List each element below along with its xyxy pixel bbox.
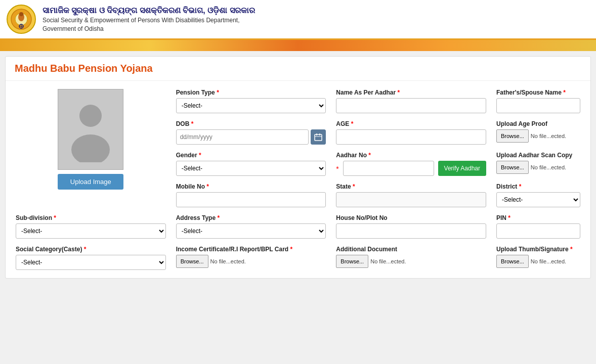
fathers-spouse-group: Father's/Spouse Name *: [496, 89, 580, 113]
pension-type-select[interactable]: -Select-: [176, 98, 326, 113]
state-label: State *: [336, 183, 486, 190]
aadhar-input-row: * Verify Aadhar: [336, 161, 486, 176]
pin-input[interactable]: [496, 223, 580, 239]
pin-label: PIN *: [496, 214, 580, 221]
svg-rect-11: [315, 134, 322, 141]
dob-group: DOB *: [176, 120, 326, 145]
subdivision-label: Sub-division *: [16, 214, 166, 221]
additional-doc-label: Additional Document: [336, 246, 486, 253]
pension-type-label: Pension Type *: [176, 89, 326, 96]
upload-thumb-group: Upload Thumb/Signature * Browse... No fi…: [496, 246, 580, 268]
calendar-button[interactable]: [311, 129, 326, 145]
name-input[interactable]: [336, 98, 486, 113]
thumb-browse-button[interactable]: Browse...: [496, 255, 529, 268]
name-label: Name As Per Aadhar *: [336, 89, 486, 96]
additional-doc-upload-row: Browse... No file...ected.: [336, 255, 486, 268]
state-input[interactable]: ODISHA: [336, 192, 486, 207]
dob-label: DOB *: [176, 120, 326, 127]
svg-point-5: [19, 12, 23, 16]
aadhar-input[interactable]: [343, 161, 434, 176]
mobile-label: Mobile No *: [176, 183, 326, 190]
income-cert-upload-row: Browse... No file...ected.: [176, 255, 326, 268]
state-group: State * ODISHA: [336, 183, 486, 207]
address-type-select[interactable]: -Select-: [176, 223, 326, 239]
district-group: District * -Select-: [496, 183, 580, 207]
age-label: AGE *: [336, 120, 486, 127]
mobile-group: Mobile No *: [176, 183, 326, 207]
header-english-2: Government of Odisha: [42, 25, 255, 33]
age-input[interactable]: [336, 129, 486, 145]
dob-input-row: [176, 129, 326, 145]
page-title: Madhu Babu Pension Yojana: [6, 57, 590, 81]
aadhar-upload-row: Browse... No file...ected.: [496, 161, 580, 174]
age-proof-browse-button[interactable]: Browse...: [496, 129, 529, 143]
social-category-select[interactable]: -Select-: [16, 255, 166, 270]
svg-point-10: [71, 134, 110, 162]
upload-aadhar-group: Upload Aadhar Scan Copy Browse... No fil…: [496, 152, 580, 174]
district-select[interactable]: -Select-: [496, 192, 580, 207]
age-proof-upload-row: Browse... No file...ected.: [496, 129, 580, 143]
pension-type-group: Pension Type * -Select-: [176, 89, 326, 113]
income-cert-filename: No file...ected.: [210, 258, 246, 264]
name-group: Name As Per Aadhar *: [336, 89, 486, 113]
upload-thumb-label: Upload Thumb/Signature *: [496, 246, 580, 253]
aadhar-browse-button[interactable]: Browse...: [496, 161, 529, 174]
address-type-group: Address Type * -Select-: [176, 214, 326, 239]
form-area: Pension Type * -Select- Name As Per Aadh…: [6, 81, 590, 278]
fathers-spouse-label: Father's/Spouse Name *: [496, 89, 580, 96]
subdivision-select[interactable]: -Select-: [16, 223, 166, 239]
thumb-upload-row: Browse... No file...ected.: [496, 255, 580, 268]
house-no-label: House No/Plot No: [336, 214, 486, 221]
income-cert-label: Income Certificate/R.I Report/BPL Card *: [176, 246, 326, 253]
aadhar-label: Aadhar No *: [336, 152, 486, 159]
header: ସାମାଜିକ ସୁରକ୍ଷା ଓ ଦିବ୍ୟଙ୍ଗ ସଶକ୍ତିକରଣ ବିଭ…: [0, 0, 596, 40]
fathers-spouse-input[interactable]: [496, 98, 580, 113]
verify-aadhar-button[interactable]: Verify Aadhar: [438, 161, 486, 176]
age-proof-filename: No file...ected.: [531, 133, 566, 139]
photo-area: Upload Image: [16, 89, 166, 190]
house-no-input[interactable]: [336, 223, 486, 239]
pin-group: PIN *: [496, 214, 580, 239]
upload-age-proof-group: Upload Age Proof Browse... No file...ect…: [496, 120, 580, 143]
aadhar-filename: No file...ected.: [531, 164, 566, 170]
house-no-group: House No/Plot No: [336, 214, 486, 239]
mobile-input[interactable]: [176, 192, 326, 207]
svg-point-9: [79, 105, 102, 127]
additional-doc-browse-button[interactable]: Browse...: [336, 255, 368, 268]
logo: [6, 4, 36, 34]
income-cert-browse-button[interactable]: Browse...: [176, 255, 208, 268]
upload-aadhar-label: Upload Aadhar Scan Copy: [496, 152, 580, 159]
header-odia: ସାମାଜିକ ସୁରକ୍ଷା ଓ ଦିବ୍ୟଙ୍ଗ ସଶକ୍ତିକରଣ ବିଭ…: [42, 5, 255, 16]
upload-image-button[interactable]: Upload Image: [58, 174, 123, 190]
additional-doc-filename: No file...ected.: [370, 258, 406, 264]
aadhar-group: Aadhar No * * Verify Aadhar: [336, 152, 486, 176]
header-text: ସାମାଜିକ ସୁରକ୍ଷା ଓ ଦିବ୍ୟଙ୍ଗ ସଶକ୍ତିକରଣ ବିଭ…: [42, 5, 255, 33]
gender-label: Gender *: [176, 152, 326, 159]
gender-select[interactable]: -Select-: [176, 161, 326, 176]
form-grid: Pension Type * -Select- Name As Per Aadh…: [16, 89, 580, 270]
main-content: Madhu Babu Pension Yojana Pension Type *…: [5, 56, 591, 279]
deco-bar: [0, 40, 596, 51]
income-cert-group: Income Certificate/R.I Report/BPL Card *…: [176, 246, 326, 268]
age-group: AGE *: [336, 120, 486, 145]
header-english-1: Social Security & Empowerment of Persons…: [42, 16, 255, 25]
thumb-filename: No file...ected.: [531, 258, 566, 264]
address-type-label: Address Type *: [176, 214, 326, 221]
social-category-label: Social Category(Caste) *: [16, 246, 166, 253]
additional-doc-group: Additional Document Browse... No file...…: [336, 246, 486, 268]
upload-age-proof-label: Upload Age Proof: [496, 120, 580, 127]
district-label: District *: [496, 183, 580, 190]
dob-input[interactable]: [176, 129, 309, 145]
gender-group: Gender * -Select-: [176, 152, 326, 176]
social-category-group: Social Category(Caste) * -Select-: [16, 246, 166, 270]
subdivision-group: Sub-division * -Select-: [16, 214, 166, 239]
photo-placeholder: [58, 89, 123, 170]
